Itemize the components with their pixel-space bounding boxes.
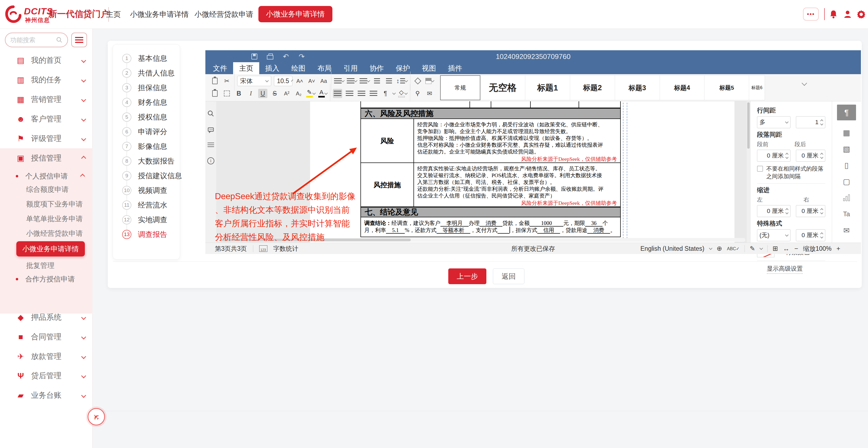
sidebar-group-partner-credit[interactable]: 合作方授信申请 (0, 272, 92, 286)
floating-send-button[interactable]: ✈ (88, 408, 105, 425)
cut-icon[interactable] (222, 76, 231, 85)
fill-color-icon[interactable]: ◇ (398, 89, 407, 98)
top-nav-detail[interactable]: 小微业务申请详情 (130, 0, 189, 29)
chart-panel-icon[interactable] (837, 190, 856, 206)
spellcheck-icon[interactable]: ABC✓ (727, 246, 740, 251)
sidebar-item[interactable]: 我的任务 (0, 70, 92, 90)
style-gallery-item[interactable]: 无空格 (480, 75, 525, 100)
return-button[interactable]: 返回 (493, 268, 524, 284)
justify-icon[interactable] (369, 89, 378, 98)
sidebar-item[interactable]: 业务台账 (0, 385, 92, 405)
info-icon[interactable]: i (207, 157, 214, 164)
bold-icon[interactable] (234, 89, 244, 98)
sidebar-item[interactable]: 合同管理 (0, 327, 92, 347)
undo-icon[interactable] (282, 53, 290, 61)
select-icon[interactable] (222, 89, 231, 98)
previous-step-button[interactable]: 上一步 (448, 268, 486, 284)
font-color-icon[interactable]: A (318, 89, 327, 98)
user-profile-icon[interactable] (843, 9, 852, 19)
align-center-icon[interactable] (345, 89, 354, 98)
subscript-icon[interactable] (294, 89, 303, 98)
style-gallery-item[interactable]: 标题4 (660, 75, 705, 100)
fit-width-icon[interactable]: ↔ (783, 245, 789, 252)
line-spacing-mode-select[interactable]: 多 (757, 116, 790, 128)
more-menu-button[interactable]: ••• (803, 8, 819, 21)
fit-page-icon[interactable]: ⊞ (773, 245, 778, 252)
track-changes-icon[interactable]: ✎ (750, 245, 755, 252)
editor-menu-tab[interactable]: 保护 (390, 62, 416, 74)
step-item[interactable]: 12 实地调查 (117, 212, 178, 227)
sidebar-collapse-button[interactable] (71, 33, 87, 47)
track-changes-dropdown-icon[interactable] (760, 246, 763, 250)
step-item[interactable]: 4 财务信息 (117, 95, 178, 110)
sidebar-subitem[interactable]: 额度项下业务申请 (0, 197, 92, 211)
paste-icon[interactable] (210, 76, 219, 85)
editor-menu-tab[interactable]: 视图 (416, 62, 442, 74)
page-panel-icon[interactable]: ▯ (837, 157, 856, 173)
align-right-icon[interactable] (357, 89, 366, 98)
vertical-scrollbar-thumb[interactable] (747, 102, 750, 149)
step-item[interactable]: 2 共借人信息 (117, 66, 178, 80)
sidebar-subitem[interactable]: 小微业务申请详情 (16, 241, 85, 256)
bullet-list-icon[interactable] (334, 76, 344, 85)
save-icon[interactable] (250, 53, 258, 61)
sidebar-subitem[interactable]: 综合额度申请 (0, 182, 92, 196)
step-item[interactable]: 9 授信建议信息 (117, 168, 178, 183)
step-item[interactable]: 8 大数据报告 (117, 154, 178, 168)
sidebar-subitem[interactable]: 批复管理 (0, 259, 92, 272)
editor-menu-tab[interactable]: 主页 (233, 62, 259, 74)
sidebar-item[interactable]: 我的首页 (0, 50, 92, 70)
style-gallery-item[interactable]: 标题1 (525, 75, 570, 100)
step-item[interactable]: 1 基本信息 (117, 51, 178, 66)
clear-format-icon[interactable] (413, 76, 423, 85)
editor-menu-tab[interactable]: 插件 (442, 62, 468, 74)
italic-icon[interactable] (246, 89, 255, 98)
comments-icon[interactable] (207, 126, 214, 133)
sidebar-item[interactable]: 客户管理 (0, 109, 92, 129)
sidebar-item-credit-management[interactable]: 授信管理 (0, 148, 92, 168)
superscript-icon[interactable] (282, 89, 291, 98)
globe-icon[interactable]: ⊕ (717, 245, 722, 252)
font-size-select[interactable]: 10.5 (274, 76, 292, 86)
indent-right-stepper[interactable]: 0 厘米 (796, 205, 825, 217)
zoom-in-button[interactable]: + (836, 245, 840, 252)
multilevel-list-icon[interactable] (360, 76, 370, 85)
redo-icon[interactable] (298, 53, 306, 61)
conclusion-paragraph[interactable]: 调查结论：经调查，建议为客户 李明月 办理 消费 贷款，金额 1000 元，期限… (361, 217, 621, 237)
editor-menu-tab[interactable]: 布局 (311, 62, 338, 74)
line-spacing-icon[interactable] (396, 76, 407, 85)
sidebar-item[interactable]: 贷后管理 (0, 366, 92, 385)
function-search-input[interactable] (10, 36, 54, 44)
zoom-out-button[interactable]: − (794, 245, 798, 252)
settings-gear-icon[interactable] (856, 9, 866, 19)
sidebar-subitem[interactable]: 小微经营贷款申请 (0, 227, 92, 240)
underline-icon[interactable] (258, 89, 268, 98)
editor-menu-tab[interactable]: 引用 (338, 62, 364, 74)
find-icon[interactable] (207, 110, 214, 117)
step-item[interactable]: 13 调查报告 (117, 227, 178, 242)
editor-menu-tab[interactable]: 文件 (207, 62, 233, 74)
strikethrough-icon[interactable] (270, 89, 279, 98)
shading-icon[interactable] (425, 76, 434, 85)
style-gallery-item[interactable]: 标题2 (570, 75, 615, 100)
paragraph-marks-icon[interactable] (381, 89, 390, 98)
sidebar-subitem[interactable]: 单笔单批业务申请 (0, 212, 92, 226)
mail-merge-panel-icon[interactable]: ✉ (837, 222, 856, 238)
style-gallery-item[interactable]: 标题6 (749, 75, 765, 100)
shrink-font-icon[interactable] (307, 76, 316, 85)
text-art-panel-icon[interactable]: Ta (837, 206, 856, 222)
grow-font-icon[interactable] (295, 76, 304, 85)
step-item[interactable]: 7 影像信息 (117, 139, 178, 154)
step-item[interactable]: 3 担保信息 (117, 80, 178, 95)
indent-left-stepper[interactable]: 0 厘米 (757, 205, 790, 217)
change-case-icon[interactable] (319, 76, 328, 85)
space-after-stepper[interactable]: 0 厘米 (796, 150, 825, 162)
decrease-indent-icon[interactable] (372, 76, 382, 85)
step-item[interactable]: 11 经营流水 (117, 198, 178, 212)
highlight-color-icon[interactable]: ✎ (306, 89, 315, 98)
top-nav-home[interactable]: 主页 (106, 0, 121, 29)
sidebar-item[interactable]: 放款管理 (0, 347, 92, 366)
step-item[interactable]: 10 视频调查 (117, 183, 178, 198)
top-nav-active-tab[interactable]: 小微业务申请详情 (258, 6, 332, 22)
paste-special-icon[interactable] (210, 89, 219, 98)
